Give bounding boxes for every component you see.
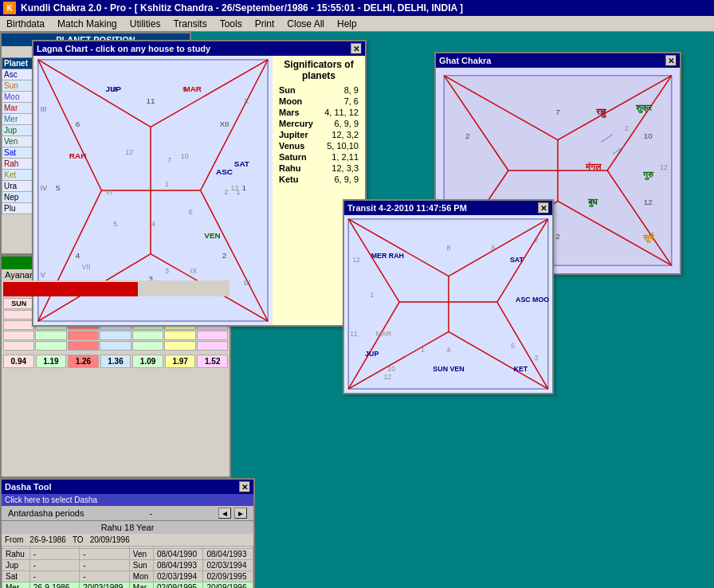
svg-text:बुध: बुध: [587, 197, 598, 207]
svg-text:11: 11: [350, 330, 358, 338]
svg-text:2: 2: [535, 236, 539, 244]
ghat-chakra-close-button[interactable]: ✕: [665, 55, 677, 66]
svg-text:12: 12: [230, 184, 238, 192]
svg-text:2: 2: [625, 124, 629, 132]
transit-close-button[interactable]: ✕: [538, 202, 549, 214]
svg-text:10: 10: [181, 152, 189, 160]
shadbala-value-cell: 1.97: [165, 355, 196, 368]
svg-text:8: 8: [447, 244, 451, 252]
svg-text:12: 12: [125, 148, 133, 156]
shadbala-data-cell: [132, 341, 163, 351]
menu-transits[interactable]: Transits: [170, 18, 210, 30]
dasha-prev-button[interactable]: ◄: [218, 508, 231, 519]
sig-ketu: Ketu 6, 9, 9: [276, 174, 362, 185]
svg-text:IV: IV: [41, 184, 47, 192]
shadbala-data-cell: [197, 341, 228, 351]
ghat-chakra-title: Ghat Chakra: [439, 56, 491, 65]
dasha-next-button[interactable]: ►: [234, 508, 247, 519]
svg-text:7: 7: [555, 108, 559, 116]
shadbala-data-cell: [3, 320, 34, 330]
shadbala-value-cell: 0.94: [3, 355, 34, 368]
svg-text:5: 5: [56, 183, 61, 192]
svg-text:10: 10: [387, 365, 395, 373]
dasha-date-range: From 26-9-1986 TO 20/09/1996: [2, 534, 253, 546]
sig-rahu: Rahu 12, 3,3: [276, 163, 362, 174]
menu-print[interactable]: Print: [252, 18, 278, 30]
dasha-to-label: TO: [73, 535, 84, 544]
svg-text:1: 1: [165, 180, 169, 188]
svg-text:V: V: [41, 271, 45, 279]
shadbala-data-cell: [3, 341, 34, 351]
app-icon: K: [3, 2, 16, 14]
dasha-close-button[interactable]: ✕: [239, 481, 250, 492]
shadbala-data-cell: [68, 331, 99, 340]
shadbala-data-cell: [35, 341, 66, 351]
sig-mercury: Mercury 6, 9, 9: [276, 118, 362, 129]
svg-text:1: 1: [370, 291, 374, 299]
svg-text:4: 4: [76, 251, 80, 260]
svg-text:X: X: [244, 97, 249, 105]
shadbala-header-cell: SUN: [3, 298, 34, 309]
menu-tools[interactable]: Tools: [217, 18, 245, 30]
shadbala-data-cell: [3, 310, 34, 319]
lagna-chart-title: Lagna Chart - click on any house to stud…: [37, 44, 210, 53]
shadbala-data-cell: [68, 341, 99, 351]
menu-matchmaking[interactable]: Match Making: [54, 18, 120, 30]
dasha-title: Dasha Tool: [5, 482, 51, 492]
dasha-table-row: Rahu--Ven08/04/199008/04/1993: [2, 549, 253, 560]
svg-text:12: 12: [352, 256, 360, 264]
svg-text:XII: XII: [219, 120, 229, 128]
svg-text:VI: VI: [105, 188, 112, 196]
sig-sun: Sun 8, 9: [276, 84, 362, 96]
shadbala-data-cell: [35, 331, 66, 340]
menu-help[interactable]: Help: [334, 18, 360, 30]
menu-utilities[interactable]: Utilities: [127, 18, 164, 30]
dasha-select-bar[interactable]: Click here to select Dasha: [2, 494, 253, 506]
dasha-antardasha-header: Antardasha periods - ◄ ►: [2, 506, 253, 521]
title-text: Kundli Chakra 2.0 - Pro - [ Kshitiz Chan…: [21, 2, 463, 14]
dasha-to-date: 20/09/1996: [90, 535, 130, 544]
shadbala-panel: Shadbala Ayanamsa:2 SUNMONMARMERJUPVENSA…: [0, 255, 231, 478]
svg-text:सूर्य: सूर्य: [642, 232, 654, 243]
svg-text:JUP: JUP: [106, 84, 122, 93]
svg-text:RAH: RAH: [69, 151, 87, 160]
menu-closeall[interactable]: Close All: [284, 18, 328, 30]
svg-text:IX: IX: [190, 267, 197, 275]
svg-text:2: 2: [224, 188, 228, 196]
svg-text:6: 6: [492, 244, 496, 252]
ghat-chakra-titlebar: Ghat Chakra ✕: [436, 53, 680, 68]
svg-text:5: 5: [511, 342, 515, 350]
svg-text:KET: KET: [514, 365, 528, 373]
svg-text:VII: VII: [82, 263, 91, 271]
menu-birthdata[interactable]: Birthdata: [3, 18, 48, 30]
svg-text:ASC MOO: ASC MOO: [516, 296, 549, 304]
svg-text:MAR: MAR: [183, 84, 202, 93]
svg-text:1: 1: [242, 183, 247, 192]
sig-jupiter: Jupiter 12, 3,2: [276, 129, 362, 140]
dasha-table-row: Mer26-9-198620/03/1989Mar02/09/199520/09…: [2, 582, 253, 589]
shadbala-value-cell: 1.09: [132, 355, 163, 368]
shadbala-data-cell: [100, 331, 131, 340]
significators-title: Significators of planets: [276, 59, 362, 81]
transit-chart-content[interactable]: MER RAH 8 6 SAT ASC MOO 5 1 MAR 4 1 SUN …: [344, 215, 552, 393]
shadbala-value-cell: 1.19: [36, 355, 67, 368]
svg-text:2: 2: [555, 232, 559, 241]
shadbala-bar-container: [2, 280, 230, 296]
shadbala-data-cell: [164, 341, 195, 351]
svg-text:SAT: SAT: [234, 159, 249, 168]
svg-text:MAR: MAR: [376, 330, 392, 338]
shadbala-values-row: 0.941.191.261.361.091.971.52: [2, 353, 230, 370]
svg-text:11: 11: [146, 96, 155, 105]
svg-text:MER RAH: MER RAH: [371, 252, 404, 260]
svg-text:4: 4: [447, 346, 451, 354]
dasha-antardasha-label: Antardasha periods: [8, 508, 84, 518]
svg-text:6: 6: [76, 120, 80, 128]
svg-text:12: 12: [660, 163, 668, 171]
svg-text:JUP: JUP: [365, 350, 379, 358]
shadbala-data-cell: [164, 331, 195, 340]
lagna-chart-close-button[interactable]: ✕: [351, 43, 362, 54]
dasha-table-row: Sat--Mon02/03/199402/09/1995: [2, 571, 253, 582]
transit-title: Transit 4-2-2010 11:47:56 PM: [347, 203, 467, 213]
svg-text:SAT: SAT: [510, 256, 524, 264]
svg-text:12: 12: [383, 373, 391, 381]
